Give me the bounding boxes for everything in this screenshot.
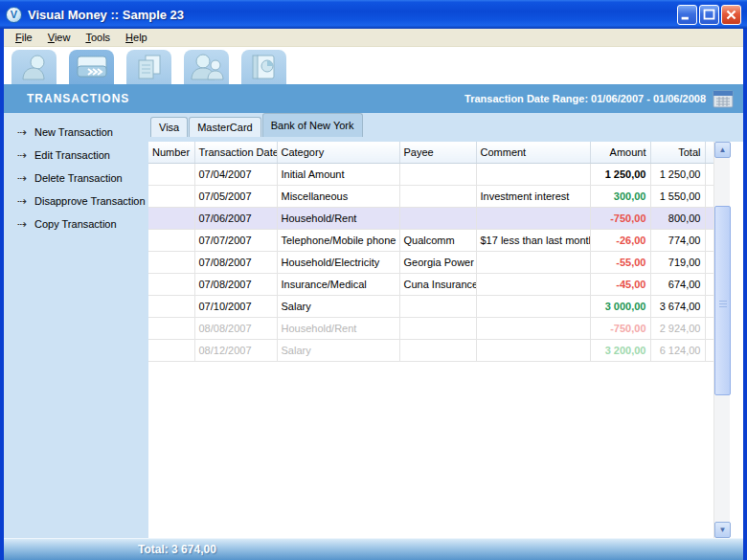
minimize-button[interactable] — [677, 5, 697, 25]
cell-payee — [399, 163, 476, 185]
cell-amount: -26,00 — [590, 229, 650, 251]
cell-payee: Cuna Insurance — [399, 273, 476, 295]
cell-total: 3 674,00 — [650, 295, 705, 317]
minimize-icon — [682, 16, 689, 19]
calendar-icon[interactable] — [713, 90, 734, 108]
table-row[interactable]: 07/07/2007 Telephone/Mobile phone Qualco… — [148, 229, 713, 251]
table-row[interactable]: 07/10/2007 Salary 3 000,00 3 674,00 — [148, 295, 713, 317]
menu-item-file[interactable]: File — [8, 30, 40, 45]
table-row[interactable]: 07/05/2007 Miscellaneous Investment inte… — [148, 185, 713, 207]
cell-total: 674,00 — [650, 273, 705, 295]
scroll-down-button[interactable]: ▼ — [714, 522, 731, 538]
menu-item-help[interactable]: Help — [118, 30, 155, 45]
table-row[interactable]: 07/06/2007 Household/Rent -750,00 800,00 — [148, 207, 713, 229]
scrollbar-thumb[interactable] — [714, 206, 731, 395]
sidebar-item-edit-transaction[interactable]: Edit Transaction — [4, 144, 148, 167]
cell-comment: $17 less than last month — [476, 229, 590, 251]
column-header-amount[interactable]: Amount — [590, 142, 650, 163]
cell-date: 07/08/2007 — [194, 251, 277, 273]
vertical-scrollbar[interactable]: ▲ ▼ — [713, 142, 730, 538]
column-header-payee[interactable]: Payee — [399, 142, 476, 163]
column-header-date[interactable]: Transaction Date — [194, 142, 277, 163]
cell-number — [148, 185, 194, 207]
person-icon — [18, 53, 51, 81]
cell-date: 08/08/2007 — [194, 317, 277, 339]
cell-amount: 3 200,00 — [590, 339, 650, 361]
column-header-total[interactable]: Total — [650, 142, 705, 163]
cell-filler — [705, 339, 713, 361]
arrow-right-icon — [17, 171, 34, 185]
cell-amount: -55,00 — [590, 251, 650, 273]
close-button[interactable] — [721, 5, 741, 25]
cell-amount: -45,00 — [590, 273, 650, 295]
close-icon — [727, 11, 735, 18]
sidebar-item-label: New Transaction — [34, 126, 113, 138]
cell-total: 800,00 — [650, 207, 705, 229]
arrow-right-icon — [17, 194, 34, 208]
sidebar-item-new-transaction[interactable]: New Transaction — [4, 121, 148, 144]
column-header-filler — [705, 142, 713, 163]
cell-total: 774,00 — [650, 229, 705, 251]
sidebar-item-label: Copy Transaction — [34, 218, 117, 230]
cell-number — [148, 163, 194, 185]
cell-comment — [476, 207, 590, 229]
cell-date: 07/10/2007 — [194, 295, 277, 317]
cell-number — [148, 207, 194, 229]
sidebar-item-disapprove-transaction[interactable]: Disapprove Transaction — [4, 190, 148, 213]
cell-category: Salary — [277, 339, 399, 361]
sidebar-item-delete-transaction[interactable]: Delete Transaction — [4, 167, 148, 190]
cell-number — [148, 229, 194, 251]
cell-payee: Qualcomm — [399, 229, 476, 251]
cell-comment: Investment interest — [476, 185, 590, 207]
sidebar-item-label: Delete Transaction — [34, 172, 123, 184]
cell-total: 6 124,00 — [650, 339, 705, 361]
cell-category: Insurance/Medical — [277, 273, 399, 295]
cell-date: 07/08/2007 — [194, 273, 277, 295]
cell-filler — [705, 207, 713, 229]
sidebar-item-label: Edit Transaction — [34, 149, 110, 161]
toolbar-button-transactions[interactable] — [69, 50, 114, 84]
cell-category: Household/Electricity — [277, 251, 399, 273]
section-header: TRANSACTIONS Transaction Date Range: 01/… — [4, 84, 743, 113]
menu-item-tools[interactable]: Tools — [78, 30, 118, 45]
report-book-icon — [249, 53, 280, 81]
toolbar-button-accounts[interactable] — [11, 50, 57, 84]
column-header-comment[interactable]: Comment — [476, 142, 590, 163]
arrow-right-icon — [17, 217, 34, 231]
right-gap — [730, 142, 743, 538]
maximize-button[interactable] — [699, 5, 719, 25]
tab-visa[interactable]: Visa — [150, 117, 188, 137]
cell-filler — [705, 185, 713, 207]
tab-bank-of-new-york[interactable]: Bank of New York — [262, 113, 363, 137]
toolbar-button-reports[interactable] — [241, 50, 286, 84]
table-row[interactable]: 07/08/2007 Household/Electricity Georgia… — [148, 251, 713, 273]
cell-filler — [705, 273, 713, 295]
cell-comment — [476, 317, 590, 339]
sidebar-item-copy-transaction[interactable]: Copy Transaction — [4, 213, 148, 235]
cell-payee — [399, 339, 476, 361]
maximize-icon — [705, 10, 714, 18]
cell-date: 08/12/2007 — [194, 339, 277, 361]
cell-category: Household/Rent — [277, 317, 399, 339]
cell-payee — [399, 317, 476, 339]
toolbar-button-payees[interactable] — [184, 50, 229, 84]
menu-item-view[interactable]: View — [40, 30, 79, 45]
column-header-category[interactable]: Category — [277, 142, 399, 163]
date-range-label: Transaction Date Range: 01/06/2007 - 01/… — [464, 93, 706, 104]
table-row[interactable]: 08/08/2007 Household/Rent -750,00 2 924,… — [148, 317, 713, 339]
cell-payee: Georgia Power — [399, 251, 476, 273]
tab-mastercard[interactable]: MasterCard — [189, 117, 260, 137]
toolbar-button-scheduled[interactable] — [126, 50, 171, 84]
table-row[interactable]: 07/04/2007 Initial Amount 1 250,00 1 250… — [148, 163, 713, 185]
cell-number — [148, 251, 194, 273]
table-row[interactable]: 07/08/2007 Insurance/Medical Cuna Insura… — [148, 273, 713, 295]
cell-comment — [476, 251, 590, 273]
cell-total: 1 250,00 — [650, 163, 705, 185]
card-arrows-icon — [75, 54, 109, 80]
window-title: Visual Money :: Sample 23 — [28, 8, 677, 22]
scroll-up-button[interactable]: ▲ — [714, 142, 731, 158]
cell-category: Miscellaneous — [277, 185, 399, 207]
sidebar: New Transaction Edit Transaction Delete … — [4, 113, 148, 538]
table-row[interactable]: 08/12/2007 Salary 3 200,00 6 124,00 — [148, 339, 713, 361]
column-header-number[interactable]: Number — [148, 142, 194, 163]
